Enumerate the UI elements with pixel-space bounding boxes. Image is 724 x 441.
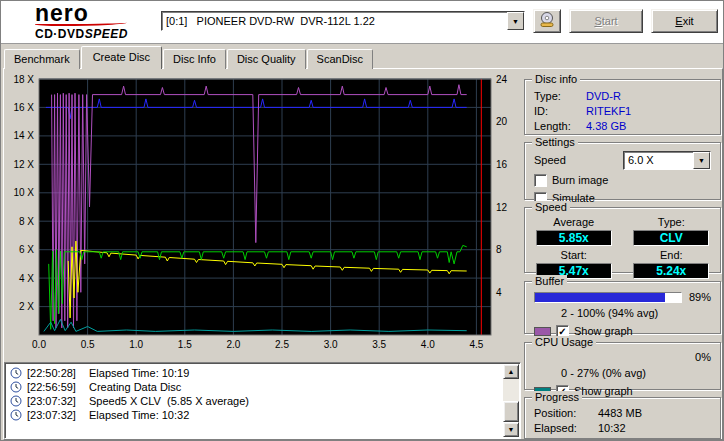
end-label: End: — [623, 249, 721, 262]
left-axis-tick-label: 2 X — [19, 301, 34, 312]
tab-scandisc[interactable]: ScanDisc — [307, 49, 373, 69]
left-axis-tick-label: 10 X — [13, 187, 34, 198]
speed-type-value: CLV — [633, 230, 709, 246]
right-axis-tick-label: 16 — [496, 159, 508, 170]
log-clock-icon — [10, 395, 23, 407]
x-axis-tick-label: 2.5 — [275, 339, 289, 350]
right-axis-tick-label: 4 — [496, 287, 502, 298]
log-entry: [22:56:59]Creating Data Disc — [9, 380, 500, 394]
chevron-down-icon: ▼ — [512, 18, 519, 25]
right-axis-tick-label: 20 — [496, 116, 508, 127]
buffer-title: Buffer — [532, 275, 567, 288]
right-axis-tick-label: 8 — [496, 244, 502, 255]
disc-length-label: Length: — [534, 119, 586, 134]
log-entry: [22:50:28]Elapsed Time: 10:19 — [9, 366, 500, 380]
tab-disc-quality[interactable]: Disc Quality — [227, 49, 306, 69]
disc-type-label: Type: — [534, 89, 586, 104]
eject-button[interactable] — [533, 9, 561, 33]
buffer-graph-color-swatch — [534, 327, 551, 336]
log-entry: [23:07:32]Elapsed Time: 10:32 — [9, 408, 500, 422]
drive-selector-value: [0:1] PIONEER DVD-RW DVR-112L 1.22 — [162, 15, 507, 27]
exit-button[interactable]: Exit — [651, 9, 718, 33]
end-speed-value: 5.24x — [633, 263, 709, 279]
left-axis-tick-label: 18 X — [13, 74, 34, 85]
log-timestamp: [22:50:28] — [27, 367, 89, 379]
left-axis-tick-label: 14 X — [13, 130, 34, 141]
drive-selector[interactable]: [0:1] PIONEER DVD-RW DVR-112L 1.22 ▼ — [161, 11, 525, 31]
elapsed-value: 10:32 — [598, 421, 626, 436]
speed-selector-dropdown-button[interactable]: ▼ — [693, 152, 710, 169]
progress-panel: Progress Position:4483 MB Elapsed:10:32 — [524, 397, 721, 439]
disc-length-value: 4.38 GB — [586, 119, 626, 134]
scroll-down-button[interactable]: ▼ — [503, 422, 519, 437]
cpu-percent: 0% — [695, 350, 711, 365]
left-axis-tick-label: 12 X — [13, 159, 34, 170]
log-clock-icon — [10, 367, 23, 379]
log-message: Speed5 X CLV (5.85 X average) — [89, 395, 249, 407]
speed-label: Speed — [534, 153, 566, 168]
x-axis-tick-label: 3.0 — [324, 339, 338, 350]
average-speed-value: 5.85x — [536, 230, 612, 246]
x-axis-tick-label: 1.5 — [178, 339, 192, 350]
disc-info-title: Disc info — [532, 73, 580, 86]
drive-selector-dropdown-button[interactable]: ▼ — [507, 12, 524, 30]
speed-panel: Speed Average5.85x Type:CLV Start:5.47x … — [524, 207, 721, 273]
buffer-percent: 89% — [689, 290, 711, 305]
product-speed-text: SPEED — [85, 27, 128, 41]
settings-title: Settings — [532, 136, 578, 149]
scrollbar-thumb[interactable] — [503, 401, 519, 422]
scroll-down-icon: ▼ — [508, 426, 515, 433]
type-label: Type: — [623, 216, 721, 229]
start-label: Start: — [525, 249, 623, 262]
plot-area — [39, 79, 491, 335]
tab-create-disc[interactable]: Create Disc — [81, 46, 162, 69]
eject-disc-icon — [538, 12, 556, 31]
log-clock-icon — [10, 409, 23, 421]
log-message: Elapsed Time: 10:19 — [89, 367, 189, 379]
burn-image-checkbox[interactable]: ✓ — [534, 174, 547, 187]
chevron-down-icon: ▼ — [698, 157, 705, 164]
log-clock-icon — [10, 381, 23, 393]
cpu-usage-title: CPU Usage — [532, 336, 596, 349]
right-axis-tick-label: 12 — [496, 202, 508, 213]
buffer-bar-fill — [535, 293, 665, 302]
log-entries: [22:50:28]Elapsed Time: 10:19[22:56:59]C… — [5, 363, 520, 422]
log-entry: [23:07:32]Speed5 X CLV (5.85 X average) — [9, 394, 500, 408]
tab-disc-info[interactable]: Disc Info — [163, 49, 226, 69]
log-timestamp: [23:07:32] — [27, 409, 89, 421]
x-axis-tick-label: 4.0 — [421, 339, 435, 350]
log-message: Creating Data Disc — [89, 381, 181, 393]
write-speed-chart: 0.00.51.01.52.02.53.03.54.04.52 X4 X6 X8… — [5, 71, 521, 355]
tab-benchmark[interactable]: Benchmark — [4, 49, 80, 69]
cpu-range: 0 - 27% (0% avg) — [525, 366, 720, 381]
buffer-bar — [534, 292, 682, 303]
tab-bar: BenchmarkCreate DiscDisc InfoDisc Qualit… — [4, 46, 374, 69]
burn-image-label: Burn image — [552, 173, 608, 188]
start-button[interactable]: Start — [569, 9, 643, 33]
log-scrollbar[interactable]: ▲ ▼ — [503, 364, 519, 437]
disc-id-label: ID: — [534, 104, 586, 119]
scroll-up-icon: ▲ — [508, 368, 515, 375]
position-label: Position: — [534, 406, 598, 421]
settings-panel: Settings Speed 6.0 X ▼ ✓ Burn image ✓ Si… — [524, 142, 721, 200]
disc-info-panel: Disc info Type:DVD-R ID:RITEKF1 Length:4… — [524, 79, 721, 135]
x-axis-tick-label: 0.5 — [81, 339, 95, 350]
app-window: nero CD·DVDSPEED [0:1] PIONEER DVD-RW DV… — [0, 0, 724, 441]
left-axis-tick-label: 8 X — [19, 216, 34, 227]
disc-type-value: DVD-R — [586, 89, 621, 104]
log-panel: [22:50:28]Elapsed Time: 10:19[22:56:59]C… — [4, 362, 521, 439]
scroll-up-button[interactable]: ▲ — [503, 364, 519, 379]
nero-logo: nero CD·DVDSPEED — [35, 3, 128, 41]
log-timestamp: [23:07:32] — [27, 395, 89, 407]
log-timestamp: [22:56:59] — [27, 381, 89, 393]
elapsed-label: Elapsed: — [534, 421, 598, 436]
product-cd-dvd-text: CD·DVD — [35, 27, 85, 41]
progress-title: Progress — [532, 391, 582, 404]
speed-panel-title: Speed — [532, 201, 570, 214]
x-axis-tick-label: 4.5 — [469, 339, 483, 350]
x-axis-tick-label: 2.0 — [226, 339, 240, 350]
buffer-range: 2 - 100% (94% avg) — [525, 306, 720, 321]
speed-selector[interactable]: 6.0 X ▼ — [623, 151, 711, 170]
x-axis-tick-label: 1.0 — [129, 339, 143, 350]
left-axis-tick-label: 4 X — [19, 273, 34, 284]
